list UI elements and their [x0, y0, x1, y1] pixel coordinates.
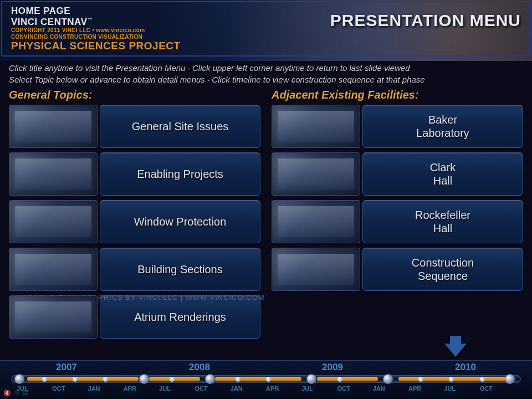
topic-construction-sequence[interactable]: ConstructionSequence	[362, 248, 523, 291]
timeline-node[interactable]	[306, 374, 316, 384]
timeline-node[interactable]	[139, 374, 149, 384]
topic-clark-hall[interactable]: ClarkHall	[362, 152, 523, 196]
month-label: OCT	[480, 385, 515, 392]
topic-building-sections[interactable]: Building Sections	[100, 248, 260, 291]
timeline-segment[interactable]	[215, 377, 301, 381]
header: HOME PAGE VINCI CENTNAV™ COPYRIGHT 2011 …	[1, 1, 531, 57]
instruction-line-1: Click title anytime to visit the Present…	[9, 62, 523, 74]
general-topics-column: General Topics: General Site Issues Enab…	[9, 89, 260, 343]
topic-atrium-renderings[interactable]: Atrium Renderings	[100, 295, 260, 339]
timeline-tick[interactable]	[42, 377, 47, 382]
topic-row: Building Sections	[9, 248, 260, 291]
timeline[interactable]: 2007 2008 2009 2010 JUL OCT JAN APR JUL …	[0, 360, 532, 399]
timeline-segment[interactable]	[149, 377, 200, 381]
month-label: OCT	[195, 385, 230, 392]
thumbnail-baker-laboratory[interactable]	[272, 105, 360, 148]
timeline-segment[interactable]	[398, 377, 510, 381]
topic-row: ClarkHall	[272, 152, 523, 196]
month-label: JAN	[231, 385, 266, 392]
timeline-node[interactable]	[205, 374, 215, 384]
instruction-line-2: Select Topic below or advance to obtain …	[9, 74, 523, 85]
month-label: OCT	[52, 385, 88, 392]
tagline: CONVINCING CONSTRUCTION VISUALIZATION	[11, 34, 181, 40]
timeline-months: JUL OCT JAN APR JUL OCT JAN APR JUL OCT …	[0, 385, 532, 392]
timeline-track[interactable]	[11, 375, 521, 383]
brand: VINCI CENTNAV™	[11, 17, 181, 28]
topic-columns: General Topics: General Site Issues Enab…	[0, 88, 532, 343]
thumbnail-construction-sequence[interactable]	[272, 248, 360, 291]
thumbnail-general-site[interactable]	[9, 105, 98, 148]
header-left: HOME PAGE VINCI CENTNAV™ COPYRIGHT 2011 …	[11, 6, 181, 52]
timeline-tick[interactable]	[266, 377, 271, 382]
month-label: JAN	[88, 385, 124, 392]
year-2007: 2007	[56, 362, 77, 373]
arrow-down-icon	[444, 344, 467, 357]
topic-row: BakerLaboratory	[272, 105, 523, 148]
topic-row: ConstructionSequence	[272, 248, 523, 291]
month-label: APR	[408, 385, 444, 392]
thumbnail-enabling-projects[interactable]	[9, 152, 98, 196]
timeline-years: 2007 2008 2009 2010	[0, 361, 532, 373]
topic-enabling-projects[interactable]: Enabling Projects	[100, 152, 260, 196]
month-label: JUL	[301, 385, 337, 392]
corner-controls: 🔇 ✎ ▤	[3, 390, 28, 397]
year-2009: 2009	[322, 362, 343, 373]
timeline-node[interactable]	[505, 374, 515, 384]
pen-icon[interactable]: ✎	[14, 390, 19, 397]
thumbnail-atrium-renderings[interactable]	[9, 295, 98, 339]
topic-row: Enabling Projects	[9, 152, 260, 196]
timeline-tick[interactable]	[236, 377, 241, 382]
timeline-node[interactable]	[14, 374, 24, 384]
adjacent-facilities-column: Adjacent Existing Facilities: BakerLabor…	[272, 89, 523, 343]
topic-row: Window Protection	[9, 200, 260, 243]
timeline-tick[interactable]	[337, 377, 342, 382]
timeline-node[interactable]	[383, 374, 393, 384]
project-title: PHYSICAL SCIENCES PROJECT	[11, 40, 181, 52]
adjacent-facilities-heading: Adjacent Existing Facilities:	[272, 89, 523, 101]
topic-row: RockefellerHall	[272, 200, 523, 243]
trademark: ™	[87, 17, 93, 22]
general-topics-heading: General Topics:	[9, 89, 260, 101]
timeline-tick[interactable]	[170, 377, 175, 382]
thumbnail-clark-hall[interactable]	[272, 152, 360, 196]
topic-row: Atrium Renderings	[9, 295, 260, 339]
home-page-link[interactable]: HOME PAGE	[11, 6, 181, 17]
month-label: APR	[124, 385, 159, 392]
month-label: JUL	[159, 385, 195, 392]
copyright: COPYRIGHT 2011 VINCI LLC • www.vincico.c…	[11, 27, 181, 34]
month-label: JUL	[444, 385, 479, 392]
thumbnail-window-protection[interactable]	[9, 200, 98, 243]
brand-name: VINCI CENTNAV	[11, 17, 87, 27]
topic-baker-laboratory[interactable]: BakerLaboratory	[362, 105, 523, 148]
topic-row: General Site Issues	[9, 105, 260, 148]
topic-rockefeller-hall[interactable]: RockefellerHall	[362, 200, 523, 243]
thumbnail-rockefeller-hall[interactable]	[272, 200, 360, 243]
instructions: Click title anytime to visit the Present…	[0, 58, 532, 88]
year-2010: 2010	[455, 362, 476, 373]
month-label: JAN	[373, 385, 408, 392]
timeline-segment[interactable]	[317, 377, 378, 381]
topic-window-protection[interactable]: Window Protection	[100, 200, 260, 243]
month-label: APR	[266, 385, 301, 392]
year-2008: 2008	[189, 362, 210, 373]
sound-icon[interactable]: 🔇	[3, 390, 11, 397]
menu-icon[interactable]: ▤	[23, 390, 28, 397]
page-title[interactable]: PRESENTATION MENU	[330, 11, 521, 30]
thumbnail-building-sections[interactable]	[9, 248, 98, 291]
topic-general-site-issues[interactable]: General Site Issues	[100, 105, 260, 148]
month-label: OCT	[337, 385, 373, 392]
timeline-tick[interactable]	[480, 377, 485, 382]
